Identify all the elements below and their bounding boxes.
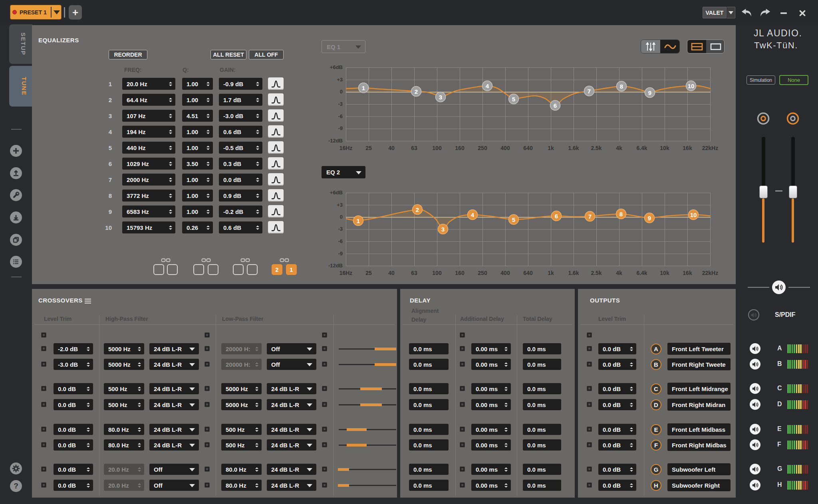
svg-text:5: 5 [512,216,515,223]
svg-text:4: 4 [471,211,475,218]
svg-text:7: 7 [588,213,592,220]
svg-text:8: 8 [620,83,623,90]
svg-text:3: 3 [441,226,445,233]
svg-text:1: 1 [362,85,365,91]
svg-text:2: 2 [415,88,418,95]
svg-text:6: 6 [555,213,558,219]
svg-text:6: 6 [554,102,557,109]
svg-text:5: 5 [512,96,515,103]
svg-text:3: 3 [439,94,442,101]
svg-text:4: 4 [486,83,489,89]
svg-text:9: 9 [648,215,651,221]
svg-text:8: 8 [619,211,623,217]
svg-text:2: 2 [416,206,419,213]
svg-text:7: 7 [588,88,591,95]
svg-text:1: 1 [357,217,360,224]
svg-text:10: 10 [690,211,697,218]
svg-text:10: 10 [688,83,695,89]
svg-text:9: 9 [648,89,651,96]
